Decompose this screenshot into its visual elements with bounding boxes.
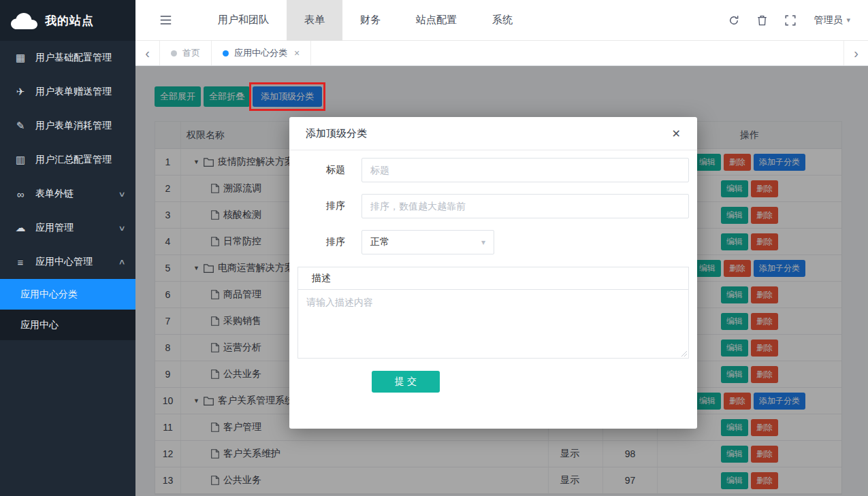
sidebar-item[interactable]: ✎ 用户表单消耗管理 ∨ [0, 109, 135, 143]
modal-header: 添加顶级分类 ✕ [289, 117, 697, 150]
sidebar-item[interactable]: ▥ 用户汇总配置管理 ∨ [0, 143, 135, 177]
sidebar: 我的站点 ▦ 用户基础配置管理 ∨ ✈ 用户表单赠送管理 ∨ ✎ 用户表单消耗管… [0, 0, 135, 496]
sidebar-item-label: 用户表单消耗管理 [35, 120, 125, 132]
sidebar-item[interactable]: ≡ 应用中心管理 ∨ [0, 245, 135, 279]
list-icon: ≡ [14, 257, 27, 268]
topnav-item-label: 表单 [304, 14, 325, 27]
sidebar-item-label: 用户表单赠送管理 [35, 86, 125, 98]
chevron-down-icon: ▾ [481, 237, 485, 247]
link-icon: ∞ [14, 188, 27, 200]
description-textarea[interactable] [298, 290, 688, 358]
cloud-logo-icon [10, 12, 38, 30]
pen-icon: ✎ [14, 120, 27, 132]
description-label: 描述 [298, 267, 688, 290]
sidebar-subitem-label: 应用中心分类 [20, 288, 78, 301]
topnav-item-label: 站点配置 [416, 14, 457, 27]
state-field-row: 排序 正常 ▾ [298, 230, 689, 254]
sidebar-item-label: 应用中心管理 [35, 256, 119, 268]
tab-bar: ‹ 首页 × 应用中心分类 × › [135, 41, 868, 66]
trash-icon[interactable] [757, 15, 767, 26]
sidebar-item[interactable]: ▦ 用户基础配置管理 ∨ [0, 41, 135, 75]
modal-title: 添加顶级分类 [306, 127, 367, 140]
bar-chart-icon: ▥ [14, 154, 27, 166]
grid-icon: ▦ [14, 52, 27, 64]
site-title: 我的站点 [45, 13, 94, 29]
state-select[interactable]: 正常 ▾ [361, 230, 494, 254]
fullscreen-icon[interactable] [785, 15, 796, 26]
chevron-down-icon: ∨ [118, 190, 125, 199]
tab-close-icon[interactable]: × [294, 48, 300, 59]
sidebar-subitem-label: 应用中心 [20, 319, 59, 331]
open-tabs: 首页 × 应用中心分类 × [160, 41, 311, 65]
topnav-item[interactable]: 站点配置 [398, 0, 475, 41]
topnav-item[interactable]: 系统 [475, 0, 530, 41]
cloud-icon: ☁ [14, 222, 27, 234]
tabs-scroll-right-icon[interactable]: › [843, 41, 868, 65]
tab-label: 首页 [182, 47, 200, 59]
tab[interactable]: 应用中心分类 × [212, 41, 311, 65]
description-textarea-wrap [298, 290, 688, 358]
sort-input[interactable] [361, 194, 689, 218]
topnav-actions: 管理员 ▾ [728, 14, 868, 27]
caret-down-icon: ▾ [846, 16, 850, 24]
sort-field-label: 排序 [298, 200, 361, 212]
sidebar-subitem[interactable]: 应用中心分类 [0, 279, 135, 310]
title-input[interactable] [361, 158, 689, 182]
title-field-label: 标题 [298, 164, 361, 176]
user-menu[interactable]: 管理员 ▾ [814, 14, 850, 27]
add-category-modal: 添加顶级分类 ✕ 标题 排序 排序 正常 ▾ 描述 [289, 117, 697, 429]
screen: 我的站点 ▦ 用户基础配置管理 ∨ ✈ 用户表单赠送管理 ∨ ✎ 用户表单消耗管… [0, 0, 868, 496]
topnav-item-label: 财务 [360, 14, 381, 27]
sidebar-item-label: 用户汇总配置管理 [35, 154, 125, 166]
sidebar-item[interactable]: ✈ 用户表单赠送管理 ∨ [0, 75, 135, 109]
sidebar-item[interactable]: ☁ 应用管理 ∨ [0, 211, 135, 245]
tabs-scroll-left-icon[interactable]: ‹ [135, 41, 160, 65]
sidebar-item-label: 表单外链 [35, 188, 119, 200]
sidebar-item[interactable]: ∞ 表单外链 ∨ [0, 177, 135, 211]
sidebar-submenu: 应用中心分类 应用中心 [0, 279, 135, 340]
tab-label: 应用中心分类 [234, 47, 287, 59]
sidebar-item-label: 用户基础配置管理 [35, 52, 125, 64]
brand: 我的站点 [0, 0, 135, 41]
chevron-down-icon: ∨ [118, 224, 125, 233]
topnav-item[interactable]: 财务 [342, 0, 398, 41]
state-select-value: 正常 [370, 236, 389, 248]
chevron-down-icon: ∨ [118, 258, 125, 267]
sort-field-row: 排序 [298, 194, 689, 218]
title-field-row: 标题 [298, 158, 689, 182]
description-box: 描述 [298, 267, 689, 359]
submit-button[interactable]: 提 交 [372, 371, 440, 393]
topnav-item-label: 用户和团队 [218, 14, 269, 27]
tab-dot [171, 50, 177, 56]
topnav-item[interactable]: 表单 [287, 0, 342, 41]
refresh-icon[interactable] [728, 15, 739, 26]
menu-fold-icon[interactable] [160, 16, 172, 24]
close-icon[interactable]: ✕ [672, 127, 681, 140]
tab[interactable]: 首页 × [160, 41, 212, 65]
sidebar-nav: ▦ 用户基础配置管理 ∨ ✈ 用户表单赠送管理 ∨ ✎ 用户表单消耗管理 ∨ ▥… [0, 41, 135, 340]
topnav-item-label: 系统 [492, 14, 513, 27]
sidebar-subitem[interactable]: 应用中心 [0, 310, 135, 340]
resize-handle[interactable] [680, 350, 687, 357]
user-name: 管理员 [814, 14, 842, 27]
topnav-menu: 用户和团队 表单 财务 站点配置 系统 [200, 0, 530, 41]
state-field-label: 排序 [298, 236, 361, 248]
sidebar-item-label: 应用管理 [35, 222, 119, 234]
top-navbar: 用户和团队 表单 财务 站点配置 系统 管 [135, 0, 868, 41]
tab-dot [223, 50, 229, 56]
send-icon: ✈ [14, 86, 27, 98]
modal-body: 标题 排序 排序 正常 ▾ 描述 提 交 [289, 150, 697, 393]
topnav-item[interactable]: 用户和团队 [200, 0, 287, 41]
